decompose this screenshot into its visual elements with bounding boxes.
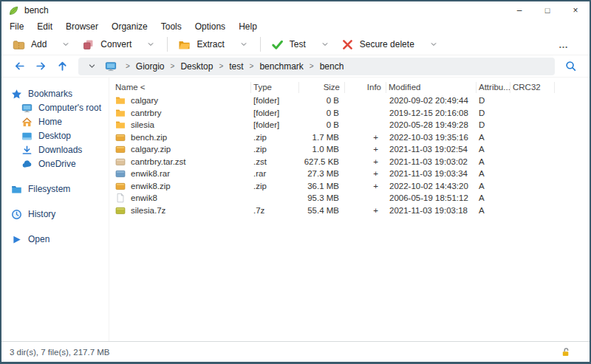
sidebar-item-onedrive[interactable]: OneDrive bbox=[1, 157, 109, 171]
minimize-button[interactable]: – bbox=[505, 1, 533, 19]
column-header-size[interactable]: Size bbox=[299, 82, 345, 93]
toolbar-more-button[interactable]: … bbox=[558, 39, 569, 50]
file-row-silesia[interactable]: silesia [folder] 0 B 2020-05-28 19:49:28… bbox=[113, 119, 590, 131]
menu-item-tools[interactable]: Tools bbox=[154, 20, 188, 34]
file-info: + bbox=[345, 169, 386, 178]
file-row-calgary-zip[interactable]: calgary.zip .zip 1.0 MB + 2021-11-03 19:… bbox=[113, 143, 590, 156]
address-dropdown-chevron-icon[interactable] bbox=[85, 61, 99, 72]
column-header-crc32[interactable]: CRC32 bbox=[510, 82, 555, 93]
file-row-silesia-7z[interactable]: silesia.7z .7z 55.4 MB + 2021-11-03 19:0… bbox=[113, 205, 590, 217]
folder-icon bbox=[115, 120, 126, 130]
file-size: 627.5 KB bbox=[299, 157, 345, 166]
sidebar-item-downloads[interactable]: Downloads bbox=[1, 143, 109, 157]
crumb-test[interactable]: > test bbox=[213, 61, 243, 72]
file-name: enwik8 bbox=[131, 193, 157, 202]
file-attributes: A bbox=[476, 133, 510, 142]
file-info: + bbox=[345, 206, 386, 215]
toolbar-button-extract: Extract bbox=[174, 36, 253, 53]
secure-delete-icon bbox=[341, 38, 354, 51]
chevron-down-icon[interactable] bbox=[56, 38, 75, 51]
sidebar-item-history[interactable]: History bbox=[1, 207, 109, 221]
monitor-icon bbox=[21, 103, 33, 114]
lock-open-icon[interactable] bbox=[561, 347, 571, 357]
file-list-header: Name < Type Size Info Modified Attribu..… bbox=[113, 80, 590, 95]
play-icon bbox=[11, 234, 22, 245]
sidebar-item-bookmarks[interactable]: Bookmarks bbox=[1, 87, 109, 100]
crumb-desktop[interactable]: > Desktop bbox=[165, 61, 213, 72]
file-row-bench-zip[interactable]: bench.zip .zip 1.7 MB + 2022-10-03 19:35… bbox=[113, 131, 590, 144]
close-button[interactable]: × bbox=[561, 1, 590, 19]
chevron-down-icon[interactable] bbox=[315, 38, 335, 51]
toolbar-separator bbox=[167, 37, 168, 52]
status-bar: 3 dir(s), 7 file(s), 217.7 MB bbox=[1, 341, 590, 362]
toolbar-button-add: Add bbox=[9, 36, 75, 53]
column-header-modified[interactable]: Modified bbox=[386, 82, 476, 93]
status-text: 3 dir(s), 7 file(s), 217.7 MB bbox=[10, 348, 109, 357]
file-name: cantrbry bbox=[131, 109, 162, 117]
file-row-enwik8-zip[interactable]: enwik8.zip .zip 36.1 MB + 2022-10-02 14:… bbox=[113, 180, 590, 193]
menu-item-edit[interactable]: Edit bbox=[30, 20, 59, 34]
file-size: 55.4 MB bbox=[299, 206, 345, 215]
file-attributes: A bbox=[476, 145, 510, 154]
file-row-cantrbry[interactable]: cantrbry [folder] 0 B 2019-12-15 20:16:0… bbox=[113, 107, 590, 120]
file-row-enwik8-rar[interactable]: enwik8.rar .rar 27.3 MB + 2021-11-03 19:… bbox=[113, 168, 590, 180]
file-size: 36.1 MB bbox=[299, 182, 345, 190]
chevron-down-icon[interactable] bbox=[424, 38, 443, 51]
breadcrumb[interactable]: > Giorgio > Desktop > test > benchmark >… bbox=[78, 58, 555, 75]
sidebar-item-filesystem[interactable]: Filesystem bbox=[1, 182, 109, 196]
crumb-benchmark[interactable]: > benchmark bbox=[244, 61, 304, 72]
folder-icon bbox=[115, 108, 126, 118]
file-row-enwik8[interactable]: enwik8 95.3 MB 2006-05-19 18:51:12 A bbox=[113, 192, 590, 205]
toolbar-button-label: Test bbox=[290, 39, 306, 49]
menu-item-organize[interactable]: Organize bbox=[105, 20, 154, 34]
file-modified: 2022-10-02 14:43:20 bbox=[386, 182, 476, 190]
file-size: 27.3 MB bbox=[299, 169, 345, 178]
file-attributes: A bbox=[476, 157, 510, 166]
chevron-down-icon[interactable] bbox=[141, 38, 160, 51]
sidebar-item-home[interactable]: Home bbox=[1, 115, 109, 128]
file-type: .zip bbox=[251, 182, 299, 190]
column-header-spacer bbox=[555, 82, 590, 93]
toolbar-button-main[interactable]: Test bbox=[267, 36, 310, 53]
file-row-cantrbry-tar-zst[interactable]: cantrbry.tar.zst .zst 627.5 KB + 2021-11… bbox=[113, 156, 590, 168]
sidebar-item-desktop[interactable]: Desktop bbox=[1, 129, 109, 142]
toolbar-button-main[interactable]: Secure delete bbox=[338, 36, 418, 53]
toolbar-button-label: Add bbox=[31, 39, 47, 49]
menu-item-file[interactable]: File bbox=[3, 20, 30, 34]
peazip-window: bench – □ × FileEditBrowserOrganizeTools… bbox=[0, 0, 591, 364]
back-button[interactable] bbox=[10, 58, 30, 75]
menu-item-browser[interactable]: Browser bbox=[59, 20, 105, 34]
convert-icon bbox=[82, 38, 95, 51]
file-modified: 2021-11-03 19:03:18 bbox=[386, 206, 476, 215]
toolbar-button-main[interactable]: Extract bbox=[174, 36, 228, 53]
chevron-down-icon[interactable] bbox=[234, 38, 253, 51]
column-header-type[interactable]: Type bbox=[251, 82, 299, 93]
maximize-button[interactable]: □ bbox=[533, 1, 561, 19]
toolbar-button-main[interactable]: Convert bbox=[78, 36, 135, 53]
menu-item-options[interactable]: Options bbox=[188, 20, 232, 34]
folder-icon bbox=[115, 95, 126, 106]
crumb-giorgio[interactable]: > Giorgio bbox=[120, 61, 165, 72]
menu-item-help[interactable]: Help bbox=[232, 20, 264, 34]
file-info: + bbox=[345, 145, 386, 154]
up-button[interactable] bbox=[52, 58, 72, 75]
forward-button[interactable] bbox=[31, 58, 51, 75]
search-button[interactable] bbox=[559, 58, 581, 75]
sidebar-item-computer-s-root[interactable]: Computer's root bbox=[1, 101, 109, 114]
column-header-name[interactable]: Name < bbox=[113, 82, 251, 93]
folder-blue-icon bbox=[11, 184, 22, 195]
column-header-info[interactable]: Info bbox=[345, 82, 386, 93]
file-info: + bbox=[345, 157, 386, 166]
file-size: 1.0 MB bbox=[299, 145, 345, 154]
column-header-attributes[interactable]: Attribu... bbox=[476, 82, 510, 93]
toolbar-button-main[interactable]: Add bbox=[9, 36, 50, 53]
sidebar-item-open[interactable]: Open bbox=[1, 233, 109, 246]
zst-icon bbox=[115, 157, 126, 167]
file-size: 0 B bbox=[299, 109, 345, 117]
file-row-calgary[interactable]: calgary [folder] 0 B 2020-09-02 20:49:44… bbox=[113, 95, 590, 107]
breadcrumb-separator: > bbox=[171, 62, 175, 70]
file-attributes: D bbox=[476, 96, 510, 105]
star-icon bbox=[11, 89, 22, 100]
crumb-bench[interactable]: > bench bbox=[304, 61, 344, 72]
window-title: bench bbox=[24, 5, 49, 16]
